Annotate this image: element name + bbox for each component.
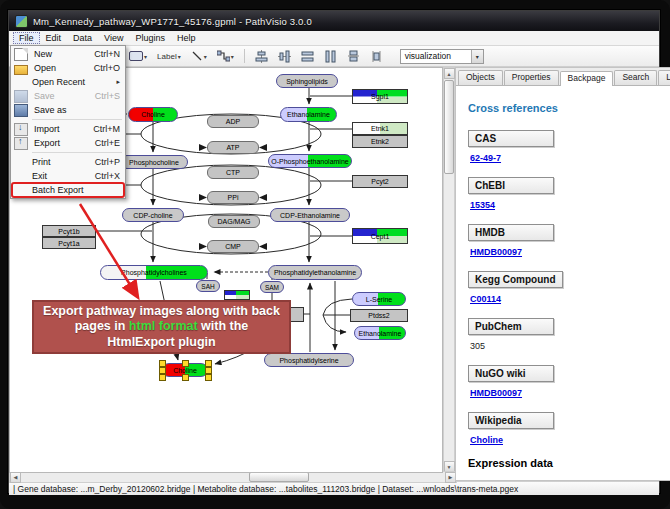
pathway-label-ctp[interactable]: CTP: [207, 166, 259, 179]
canvas-vertical-scrollbar[interactable]: ▲ ▼: [443, 67, 455, 473]
file-menu-item-print[interactable]: PrintCtrl+P: [12, 155, 124, 169]
pathway-node-cdp-ethanolamine[interactable]: CDP-Ethanolamine: [270, 208, 350, 222]
menu-item-label: Save as: [34, 105, 120, 115]
menu-item-label: Open: [34, 63, 86, 73]
backpage-content: Cross references CAS62-49-7ChEBI15354HMD…: [456, 86, 670, 480]
distribute-horizontal-button[interactable]: [298, 48, 317, 65]
label-tool-button[interactable]: Label ▾: [154, 48, 184, 65]
selection-handle[interactable]: [205, 360, 212, 367]
open-recent-icon: [14, 77, 26, 88]
pathvisio-window: Mm_Kennedy_pathway_WP1771_45176.gpml - P…: [8, 10, 660, 493]
pathway-label-adp[interactable]: ADP: [207, 115, 259, 128]
file-menu-item-new[interactable]: NewCtrl+N: [12, 47, 124, 61]
chevron-down-icon[interactable]: ▾: [471, 50, 483, 63]
pathway-label-ppi[interactable]: PPi: [207, 191, 259, 204]
menu-plugins[interactable]: Plugins: [129, 32, 171, 44]
pathway-node-phosphatidylethanolamine[interactable]: Phosphatidylethanolamine: [268, 265, 362, 280]
line-tool-button[interactable]: ▾: [188, 48, 210, 65]
chevron-down-icon[interactable]: ▾: [204, 53, 207, 60]
vertical-scroll-thumb[interactable]: [444, 80, 454, 174]
xref-value[interactable]: Choline: [470, 435, 670, 445]
xref-value[interactable]: C00114: [470, 294, 670, 304]
submenu-arrow-icon: ▸: [116, 78, 120, 86]
tab-backpage[interactable]: Backpage: [560, 71, 614, 86]
pathway-gene-partial[interactable]: [224, 290, 250, 300]
connector-tool-button[interactable]: ▾: [214, 48, 237, 65]
menu-view[interactable]: View: [98, 32, 129, 44]
menu-file[interactable]: File: [13, 32, 40, 44]
selection-handle[interactable]: [159, 367, 166, 374]
menu-help[interactable]: Help: [171, 32, 202, 44]
pathway-node-sphingolipids[interactable]: Sphingolipids: [276, 74, 338, 88]
scroll-left-icon[interactable]: ◀: [10, 472, 21, 483]
menu-item-label: New: [34, 49, 86, 59]
menu-edit[interactable]: Edit: [40, 32, 68, 44]
new-icon: [14, 48, 28, 61]
xref-value[interactable]: HMDB00097: [470, 247, 670, 257]
pathway-node-phosphatidylcholines[interactable]: Phosphatidylcholines: [100, 265, 208, 280]
menu-item-label: Import: [34, 124, 85, 134]
tab-objects[interactable]: Objects: [458, 70, 503, 85]
gene-node-tool-button[interactable]: ▾: [126, 48, 150, 65]
pathway-gene-ptdss2[interactable]: Ptdss2: [350, 309, 408, 322]
xref-value[interactable]: 15354: [470, 200, 670, 210]
file-menu-item-open-recent[interactable]: Open Recent▸: [12, 75, 124, 89]
xref-value[interactable]: HMDB00097: [470, 388, 670, 398]
align-center-x-button[interactable]: [252, 48, 271, 65]
tab-properties[interactable]: Properties: [504, 70, 559, 85]
pathway-gene-cept1[interactable]: Cept1: [352, 228, 408, 244]
file-menu-item-exit[interactable]: ExitCtrl+X: [12, 169, 124, 183]
xref-section-nugo-wiki: NuGO wikiHMDB00097: [468, 363, 670, 398]
pathway-node-l-serine[interactable]: L-Serine: [352, 292, 406, 306]
chevron-down-icon[interactable]: ▾: [231, 53, 234, 60]
save-icon: [14, 90, 28, 103]
xref-section-wikipedia: WikipediaCholine: [468, 410, 670, 445]
pathway-node-cdp-choline[interactable]: CDP-choline: [122, 208, 184, 222]
file-menu-item-save-as[interactable]: Save as: [12, 103, 124, 117]
pathway-gene-pcyt1b[interactable]: Pcyt1b: [42, 225, 96, 237]
menu-data[interactable]: Data: [67, 32, 98, 44]
pathway-gene-etnk2[interactable]: Etnk2: [352, 135, 408, 148]
pathway-gene-etnk1[interactable]: Etnk1: [352, 122, 408, 135]
selection-handle[interactable]: [205, 374, 212, 381]
pathway-node-sam[interactable]: SAM: [260, 281, 284, 293]
pathway-label-dag-mag[interactable]: DAG/MAG: [208, 215, 260, 228]
distribute-vertical-button[interactable]: [321, 48, 340, 65]
line-tool-icon: [191, 50, 203, 62]
pathway-node-phosphocholine[interactable]: Phosphocholine: [120, 155, 188, 169]
tab-search[interactable]: Search: [614, 70, 657, 85]
horizontal-scroll-thumb[interactable]: [249, 472, 309, 482]
stack-horizontal-button[interactable]: [367, 48, 386, 65]
selection-handle[interactable]: [205, 367, 212, 374]
chevron-down-icon[interactable]: ▾: [178, 53, 181, 60]
pathway-gene-pcyt1a[interactable]: Pcyt1a: [42, 237, 96, 249]
pathway-node-phosphatidylserine[interactable]: Phosphatidylserine: [264, 353, 354, 367]
xref-title: HMDB: [468, 224, 554, 241]
pathway-gene-pcyt2[interactable]: Pcyt2: [352, 175, 408, 188]
align-center-y-button[interactable]: [275, 48, 294, 65]
selection-handle[interactable]: [159, 360, 166, 367]
xref-value[interactable]: 62-49-7: [470, 153, 670, 163]
file-menu-item-batch-export[interactable]: Batch Export: [12, 183, 124, 197]
pathway-node-choline[interactable]: Choline: [128, 107, 178, 122]
file-menu-item-import[interactable]: ImportCtrl+M: [12, 122, 124, 136]
visualization-combobox[interactable]: visualization ▾: [400, 49, 484, 64]
pathway-node-o-phosphoethanolamine[interactable]: O-Phosphoethanolamine: [268, 154, 352, 168]
tab-legend[interactable]: Legend: [658, 70, 670, 85]
selection-handle[interactable]: [182, 360, 189, 367]
file-menu-item-export[interactable]: ExportCtrl+E: [12, 136, 124, 150]
stack-vertical-button[interactable]: [344, 48, 363, 65]
pathway-label-cmp[interactable]: CMP: [207, 240, 259, 253]
gene-node-icon: [129, 51, 143, 61]
scroll-up-icon[interactable]: ▲: [444, 68, 455, 79]
file-menu-item-open[interactable]: OpenCtrl+O: [12, 61, 124, 75]
file-menu-item-save[interactable]: SaveCtrl+S: [12, 89, 124, 103]
selection-handle[interactable]: [159, 374, 166, 381]
pathway-gene-sgpl1[interactable]: Sgpl1: [352, 89, 408, 104]
pathway-node-ethanolamine[interactable]: Ethanolamine: [354, 326, 406, 340]
pathway-label-atp[interactable]: ATP: [207, 141, 259, 154]
chevron-down-icon[interactable]: ▾: [144, 53, 147, 60]
selection-handle[interactable]: [182, 374, 189, 381]
pathway-node-sah[interactable]: SAH: [196, 280, 220, 292]
pathway-node-ethanolamine[interactable]: Ethanolamine: [280, 107, 337, 122]
